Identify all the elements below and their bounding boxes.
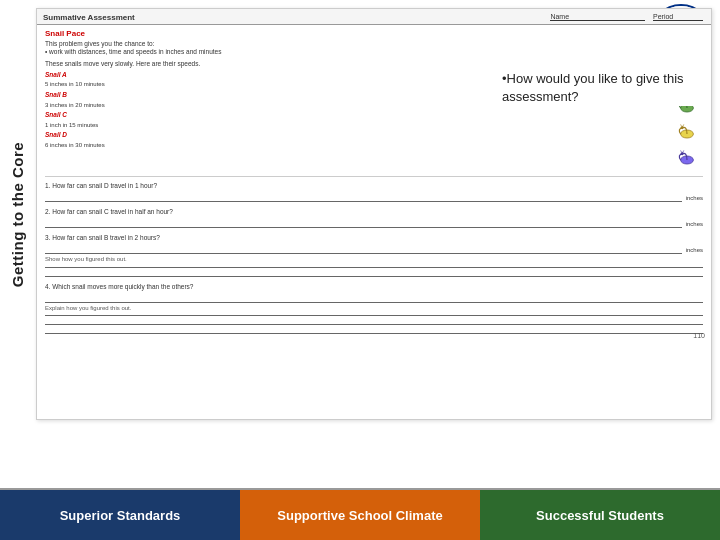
tab2-label: Supportive School Climate xyxy=(277,508,442,523)
svg-point-15 xyxy=(681,152,684,155)
tab3-label: Successful Students xyxy=(536,508,664,523)
q3b-line1 xyxy=(45,267,703,268)
q1-blank xyxy=(45,190,682,202)
snail-intro: These snails move very slowly. Here are … xyxy=(45,60,703,67)
q4b-line3 xyxy=(45,333,703,334)
paper-header: Summative Assessment Name ______________… xyxy=(37,9,711,25)
tab-supportive-climate[interactable]: Supportive School Climate xyxy=(240,490,480,540)
svg-line-13 xyxy=(683,124,684,126)
q3b-text: Show how you figured this out. xyxy=(45,255,703,263)
desc-line2: • work with distances, time and speeds i… xyxy=(45,48,703,56)
q1-unit: inches xyxy=(686,194,703,202)
q3-blank xyxy=(45,242,682,254)
vertical-text: Getting to the Core xyxy=(10,141,27,286)
svg-line-16 xyxy=(681,150,682,152)
svg-line-17 xyxy=(683,150,684,152)
snail-c-icon xyxy=(671,122,703,146)
tab-successful-students[interactable]: Successful Students xyxy=(480,490,720,540)
document-area: Getting to the Core SANTA ANA ⭐ SCHOOL D… xyxy=(0,0,720,488)
svg-point-11 xyxy=(681,126,684,129)
paper-title: Summative Assessment xyxy=(43,13,135,22)
tab-superior-standards[interactable]: Superior Standards xyxy=(0,490,240,540)
bullet-section: •How would you like to give this assessm… xyxy=(502,70,702,106)
snail-d: Snail D6 inches in 30 minutes xyxy=(45,130,667,150)
q3-answer: inches xyxy=(45,242,703,254)
q4-text: 4. Which snail moves more quickly than t… xyxy=(45,282,703,291)
question-2: 2. How far can snail C travel in half an… xyxy=(45,207,703,228)
period-label: Period ____ xyxy=(653,13,703,21)
q2-answer: inches xyxy=(45,216,703,228)
vertical-text-wrapper: Getting to the Core xyxy=(0,0,36,428)
name-blank: ___________________ xyxy=(571,13,645,21)
problem-title: Snail Pace xyxy=(45,29,703,38)
snail-c: Snail C1 inch in 15 minutes xyxy=(45,110,667,130)
questions: 1. How far can snail D travel in 1 hour?… xyxy=(45,181,703,334)
q4b-line1 xyxy=(45,315,703,316)
bullet-text: •How would you like to give this assessm… xyxy=(502,70,702,106)
period-blank: ____ xyxy=(675,13,691,21)
q4b-line2 xyxy=(45,324,703,325)
name-label: Name ___________________ xyxy=(550,13,645,21)
q2-blank xyxy=(45,216,682,228)
desc-line1: This problem gives you the chance to: xyxy=(45,40,703,48)
snail-d-icon xyxy=(671,148,703,172)
question-3: 3. How far can snail B travel in 2 hours… xyxy=(45,233,703,276)
footer-tabs: Superior Standards Supportive School Cli… xyxy=(0,488,720,540)
tab1-label: Superior Standards xyxy=(60,508,181,523)
q4-answer xyxy=(45,291,703,303)
q3b-line2 xyxy=(45,276,703,277)
question-1: 1. How far can snail D travel in 1 hour?… xyxy=(45,181,703,202)
q3-text: 3. How far can snail B travel in 2 hours… xyxy=(45,233,703,242)
problem-desc: This problem gives you the chance to: • … xyxy=(45,40,703,57)
q1-text: 1. How far can snail D travel in 1 hour? xyxy=(45,181,703,190)
q4-blank xyxy=(45,291,703,303)
q2-text: 2. How far can snail C travel in half an… xyxy=(45,207,703,216)
main-content: Getting to the Core SANTA ANA ⭐ SCHOOL D… xyxy=(0,0,720,540)
paper-fields: Name ___________________ Period ____ xyxy=(550,13,703,21)
svg-line-12 xyxy=(681,124,682,126)
q4b-text: Explain how you figured this out. xyxy=(45,304,703,312)
q3-unit: inches xyxy=(686,246,703,254)
q2-unit: inches xyxy=(686,220,703,228)
question-4: 4. Which snail moves more quickly than t… xyxy=(45,282,703,334)
page-number: 110 xyxy=(693,332,705,339)
q1-answer: inches xyxy=(45,190,703,202)
